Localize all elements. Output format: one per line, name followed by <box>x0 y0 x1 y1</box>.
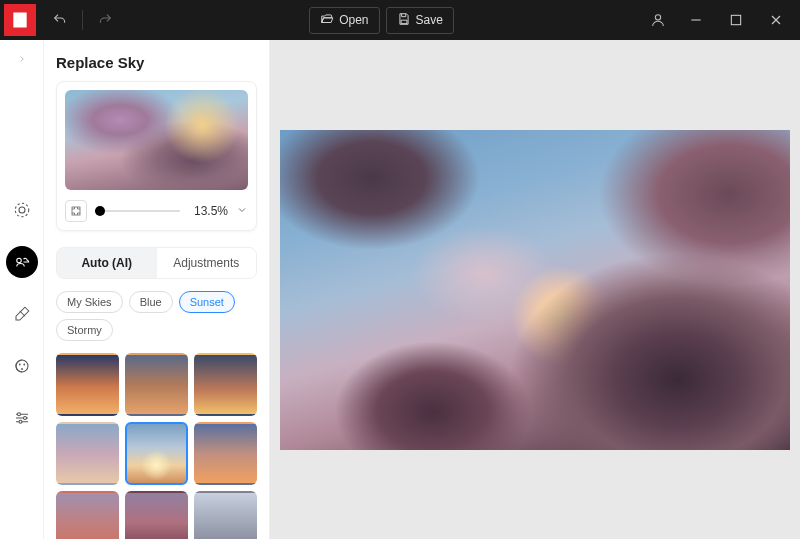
maximize-button[interactable] <box>722 6 750 34</box>
svg-point-0 <box>655 15 660 20</box>
zoom-value: 13.5% <box>194 204 228 218</box>
preview-card: 13.5% <box>56 81 257 231</box>
account-icon[interactable] <box>644 6 672 34</box>
svg-point-10 <box>23 417 26 420</box>
canvas-image[interactable] <box>280 130 790 450</box>
svg-point-4 <box>16 258 21 263</box>
svg-point-6 <box>18 364 20 366</box>
eraser-tool[interactable] <box>6 298 38 330</box>
undo-button[interactable] <box>46 6 74 34</box>
svg-point-2 <box>19 207 25 213</box>
svg-point-8 <box>21 368 23 370</box>
separator <box>82 10 83 30</box>
chip-sunset[interactable]: Sunset <box>179 291 235 313</box>
sky-tool[interactable] <box>6 246 38 278</box>
sky-category-chips: My Skies Blue Sunset Stormy <box>56 291 257 341</box>
sky-preset[interactable] <box>194 422 257 485</box>
open-button[interactable]: Open <box>309 7 379 34</box>
sliders-tool[interactable] <box>6 402 38 434</box>
svg-point-9 <box>17 413 20 416</box>
svg-point-3 <box>15 203 29 217</box>
svg-rect-12 <box>72 207 80 215</box>
minimize-button[interactable] <box>682 6 710 34</box>
save-icon <box>397 12 411 29</box>
open-label: Open <box>339 13 368 27</box>
sky-preset[interactable] <box>56 353 119 416</box>
titlebar: Open Save <box>0 0 800 40</box>
fit-to-screen-button[interactable] <box>65 200 87 222</box>
folder-open-icon <box>320 12 334 29</box>
sky-preset[interactable] <box>194 353 257 416</box>
color-tool[interactable] <box>6 350 38 382</box>
zoom-row: 13.5% <box>65 200 248 222</box>
app-logo <box>4 4 36 36</box>
svg-rect-1 <box>731 15 740 24</box>
preview-image[interactable] <box>65 90 248 190</box>
sky-preset[interactable] <box>125 353 188 416</box>
svg-point-11 <box>19 420 22 423</box>
save-label: Save <box>416 13 443 27</box>
svg-point-7 <box>23 364 25 366</box>
replace-sky-panel: Replace Sky 13.5% Auto (AI) Adjustments <box>44 40 270 539</box>
sky-preset-selected[interactable] <box>125 422 188 485</box>
panel-title: Replace Sky <box>56 54 257 71</box>
panel-tabs: Auto (AI) Adjustments <box>56 247 257 279</box>
tab-adjustments[interactable]: Adjustments <box>157 248 257 278</box>
rail-collapse-toggle[interactable] <box>13 50 31 68</box>
tool-rail <box>0 40 44 539</box>
adjust-tool[interactable] <box>6 194 38 226</box>
sky-preset[interactable] <box>56 491 119 539</box>
chip-blue[interactable]: Blue <box>129 291 173 313</box>
sky-preset-grid <box>56 353 257 539</box>
chip-stormy[interactable]: Stormy <box>56 319 113 341</box>
redo-button[interactable] <box>91 6 119 34</box>
chip-my-skies[interactable]: My Skies <box>56 291 123 313</box>
zoom-slider[interactable] <box>95 210 180 212</box>
zoom-chevron-icon[interactable] <box>236 204 248 219</box>
sky-preset[interactable] <box>194 491 257 539</box>
main-area: Replace Sky 13.5% Auto (AI) Adjustments <box>0 40 800 539</box>
save-button[interactable]: Save <box>386 7 454 34</box>
sky-preset[interactable] <box>125 491 188 539</box>
close-button[interactable] <box>762 6 790 34</box>
tab-auto-ai[interactable]: Auto (AI) <box>57 248 157 278</box>
sky-preset[interactable] <box>56 422 119 485</box>
canvas-area[interactable] <box>270 40 800 539</box>
